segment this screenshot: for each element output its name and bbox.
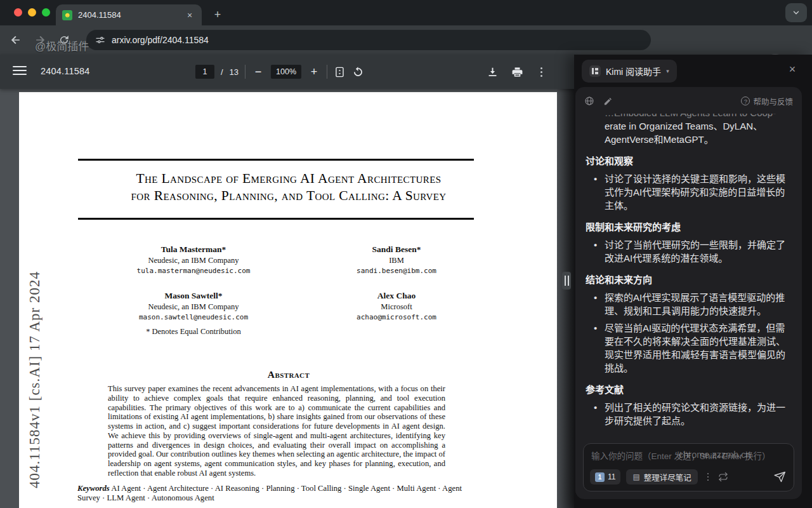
- kimi-side-panel: Kimi 阅读助手 ▾ × ? 帮助与反馈 …Embodied LLM Agen…: [574, 55, 812, 508]
- url-text[interactable]: arxiv.org/pdf/2404.11584: [112, 35, 209, 45]
- kimi-input-box[interactable]: chrome.zzzmh.cn 1 11 ▤ 整理详尽笔记: [583, 443, 794, 491]
- send-icon[interactable]: [773, 471, 786, 483]
- keywords-line: Keywords AI Agent · Agent Architecture ·…: [77, 484, 475, 503]
- pdf-action-icons: [487, 55, 546, 89]
- kimi-logo-icon: [589, 65, 601, 77]
- arxiv-side-label: 404.11584v1 [cs.AI] 17 Apr 2024: [27, 271, 43, 488]
- fit-to-page-icon[interactable]: [334, 66, 346, 78]
- equal-contribution-note: * Denotes Equal Contribution: [89, 327, 298, 337]
- panel-resize-handle[interactable]: [562, 272, 571, 290]
- minimize-window-button[interactable]: [28, 8, 36, 17]
- reload-icon: [58, 34, 70, 46]
- page-divider: /: [221, 67, 223, 77]
- back-arrow-icon: [10, 34, 22, 46]
- kimi-input-actions: 1 11 ▤ 整理详尽笔记: [590, 469, 786, 485]
- chevron-down-icon: [792, 8, 801, 17]
- tab-close-icon[interactable]: ×: [184, 10, 195, 21]
- panel-close-button[interactable]: ×: [785, 62, 799, 76]
- help-feedback-label: 帮助与反馈: [753, 95, 793, 107]
- browser-window: ☻ 2404.11584 × +: [0, 0, 812, 508]
- paper-title-line2: for Reasoning, Planning, and Tool Callin…: [57, 188, 520, 204]
- help-feedback-link[interactable]: ? 帮助与反馈: [741, 95, 793, 107]
- kimi-section-heading: 结论和未来方向: [586, 273, 793, 286]
- author-name: Sandi Besen*: [298, 244, 495, 255]
- author-email: mason.sawtell@neudesic.com: [89, 313, 298, 321]
- tab-title: 2404.11584: [78, 10, 178, 20]
- print-icon[interactable]: [511, 66, 523, 78]
- author-affiliation: IBM: [298, 256, 495, 265]
- notes-badge-icon: 1: [595, 472, 605, 482]
- kimi-bullet-item: 尽管当前AI驱动的代理状态充满希望，但需要在不久的将来解决全面的代理基准测试、现…: [586, 321, 793, 375]
- pdf-page-controls: 1 / 13 − 100% +: [195, 55, 364, 89]
- notes-icon: ▤: [632, 472, 639, 481]
- url-bar[interactable]: arxiv.org/pdf/2404.11584: [86, 30, 651, 50]
- organize-notes-button[interactable]: ▤ 整理详尽笔记: [626, 469, 697, 485]
- keywords-text: AI Agent · Agent Architecture · AI Reaso…: [77, 484, 462, 502]
- authors-grid: Tula Masterman*Neudesic, an IBM Companyt…: [89, 244, 495, 321]
- zoom-in-button[interactable]: +: [308, 65, 320, 79]
- edit-pencil-icon[interactable]: [603, 97, 613, 106]
- tab-search-chevron-button[interactable]: [785, 3, 807, 22]
- kimi-paragraph: 这篇论文提供了对AI代理架构当前状态的全面了解，并为构建现有代理架构或开发定制代…: [586, 434, 793, 436]
- language-globe-icon[interactable]: [584, 96, 594, 106]
- kimi-panel-title: Kimi 阅读助手: [606, 65, 661, 77]
- page-number-input[interactable]: 1: [195, 65, 214, 79]
- tab-favicon-icon: ☻: [62, 10, 72, 20]
- author-affiliation: Microsoft: [298, 302, 495, 312]
- author-block: Alex ChaoMicrosoftachao@microsoft.com: [298, 291, 495, 321]
- kimi-card-toolbar: ? 帮助与反馈: [584, 93, 793, 109]
- page-total: 13: [230, 67, 239, 77]
- new-tab-button[interactable]: +: [209, 6, 226, 23]
- author-block: Mason Sawtell*Neudesic, an IBM Companyma…: [89, 291, 298, 321]
- author-affiliation: Neudesic, an IBM Company: [89, 302, 298, 312]
- input-more-menu-button[interactable]: [704, 473, 712, 481]
- kimi-bullet-item: 讨论了设计选择的关键主题和影响，这些模式作为AI代理架构研究和实施的日益增长的主…: [586, 172, 793, 212]
- reload-button[interactable]: [56, 32, 72, 48]
- close-window-button[interactable]: [14, 8, 22, 17]
- kimi-summary-card: ? 帮助与反馈 …Embodied LLM Agents Learn to Co…: [575, 87, 802, 499]
- help-circle-icon: ?: [741, 97, 750, 105]
- forward-arrow-icon: [34, 34, 46, 46]
- zoom-out-button[interactable]: −: [252, 65, 265, 79]
- kimi-section-heading: 讨论和观察: [586, 154, 793, 168]
- pdf-toolbar-separator: [245, 65, 246, 79]
- organize-notes-label: 整理详尽笔记: [644, 471, 691, 483]
- kimi-section-heading: 限制和未来研究的考虑: [586, 220, 793, 234]
- download-icon[interactable]: [487, 66, 499, 78]
- author-name: Alex Chao: [298, 291, 495, 301]
- paper-title-line1: The Landscape of Emerging AI Agent Archi…: [57, 171, 520, 187]
- rotate-page-icon[interactable]: [352, 66, 364, 78]
- chevron-down-icon: ▾: [666, 68, 669, 74]
- maximize-window-button[interactable]: [42, 8, 50, 17]
- author-email: achao@microsoft.com: [298, 313, 495, 321]
- notes-count: 11: [608, 472, 615, 481]
- kimi-clipped-line: …Embodied LLM Agents Learn to Coop-: [586, 114, 793, 119]
- site-settings-tune-icon[interactable]: [95, 35, 105, 45]
- kimi-bullet-item: 列出了相关的研究论文和资源链接，为进一步研究提供了起点。: [586, 401, 793, 427]
- forward-button[interactable]: [32, 32, 48, 48]
- pdf-toolbar: 2404.11584 1 / 13 − 100% +: [0, 55, 574, 89]
- pdf-menu-icon[interactable]: [13, 66, 27, 75]
- kimi-panel-header: Kimi 阅读助手 ▾ ×: [574, 55, 812, 86]
- notes-count-badge[interactable]: 1 11: [590, 469, 620, 485]
- pdf-viewport[interactable]: 404.11584v1 [cs.AI] 17 Apr 2024 The Land…: [0, 89, 574, 508]
- back-button[interactable]: [8, 32, 24, 48]
- kimi-app-selector[interactable]: Kimi 阅读助手 ▾: [582, 60, 677, 83]
- active-tab[interactable]: ☻ 2404.11584 ×: [56, 4, 202, 25]
- author-email: tula.masterman@neudesic.com: [89, 267, 298, 275]
- tab-strip: ☻ 2404.11584 × +: [0, 0, 812, 25]
- zoom-level-input[interactable]: 100%: [271, 65, 301, 79]
- pdf-page: 404.11584v1 [cs.AI] 17 Apr 2024 The Land…: [19, 92, 557, 508]
- question-input[interactable]: [591, 449, 786, 463]
- title-rule-top: [78, 159, 474, 161]
- pdf-more-menu-button[interactable]: [536, 67, 546, 77]
- kimi-section-heading: 参考文献: [586, 383, 793, 396]
- title-rule-bottom: [78, 218, 474, 220]
- kimi-summary-content[interactable]: …Embodied LLM Agents Learn to Coop-erate…: [586, 114, 793, 436]
- author-affiliation: Neudesic, an IBM Company: [89, 256, 298, 265]
- kimi-continuation-line: erate in Organized Teams、DyLAN、AgentVers…: [586, 119, 793, 146]
- author-email: sandi.besen@ibm.com: [298, 267, 495, 275]
- panel-edge-shadow: [556, 89, 574, 508]
- pdf-toolbar-separator: [327, 65, 327, 79]
- regenerate-icon[interactable]: [718, 472, 728, 482]
